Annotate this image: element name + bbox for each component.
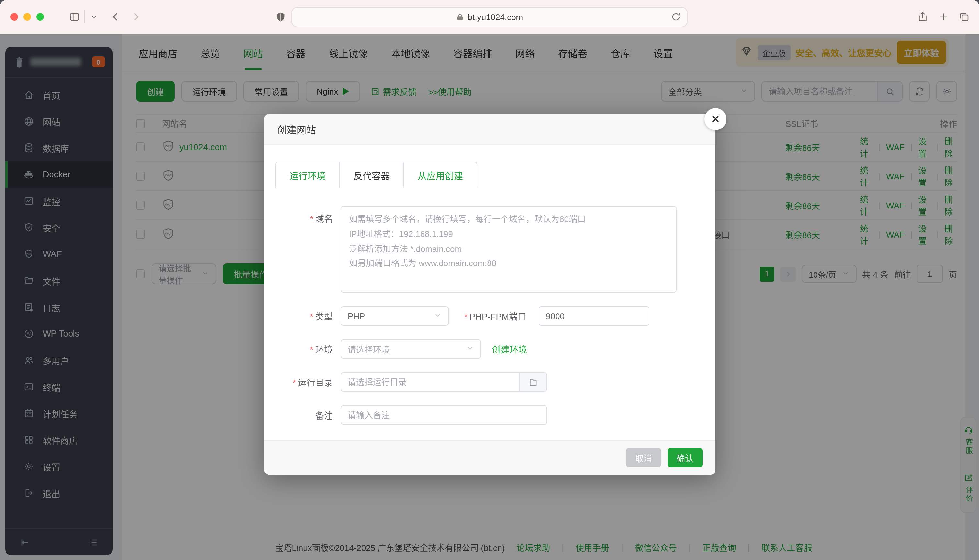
remark-input[interactable] — [340, 405, 547, 425]
zoom-window-button[interactable] — [36, 13, 44, 21]
close-icon[interactable]: ✕ — [704, 108, 727, 130]
chevron-down-icon — [466, 344, 474, 354]
back-button[interactable] — [109, 11, 121, 23]
sidebar-toggle-icon[interactable] — [68, 11, 80, 23]
domain-field-row: *域名 — [275, 206, 704, 293]
type-value: PHP — [348, 311, 365, 321]
rundir-field-row: *运行目录 — [275, 372, 704, 392]
env-placeholder: 请选择环境 — [348, 343, 390, 355]
create-site-modal: ✕ 创建网站 运行环境 反代容器 从应用创建 *域名 *类型 — [264, 114, 715, 475]
rundir-input[interactable] — [340, 372, 520, 392]
cancel-button[interactable]: 取消 — [626, 448, 661, 467]
share-icon[interactable] — [917, 11, 929, 23]
modal-footer: 取消 确认 — [264, 440, 715, 475]
create-site-form: *域名 *类型 PHP *PHP-FPM端口 — [275, 188, 704, 425]
modal-header: 创建网站 — [264, 114, 715, 145]
fpm-port-input[interactable] — [539, 306, 649, 326]
required-asterisk: * — [310, 214, 314, 224]
toolbar-divider — [84, 10, 85, 23]
lock-icon — [456, 13, 465, 22]
required-asterisk: * — [464, 312, 468, 322]
browse-directory-button[interactable] — [520, 372, 547, 392]
tab-create-from-app[interactable]: 从应用创建 — [404, 162, 477, 188]
required-asterisk: * — [310, 345, 314, 355]
required-asterisk: * — [310, 312, 314, 322]
modal-tabs: 运行环境 反代容器 从应用创建 — [275, 162, 704, 188]
create-env-link[interactable]: 创建环境 — [492, 342, 527, 355]
tab-reverse-proxy-container[interactable]: 反代容器 — [340, 162, 404, 188]
forward-button[interactable] — [130, 11, 142, 23]
browser-window: bt.yu1024.com 0 — [0, 0, 979, 560]
chevron-down-icon[interactable] — [90, 13, 98, 21]
reload-icon[interactable] — [671, 12, 681, 22]
address-bar[interactable]: bt.yu1024.com — [291, 7, 688, 27]
folder-icon — [528, 377, 538, 387]
confirm-button[interactable]: 确认 — [667, 448, 702, 467]
fpm-port-label: PHP-FPM端口 — [470, 312, 527, 322]
modal-title: 创建网站 — [277, 122, 316, 136]
required-asterisk: * — [292, 378, 296, 388]
url-text: bt.yu1024.com — [468, 12, 523, 22]
env-label: 环境 — [315, 345, 333, 355]
tab-runtime-env[interactable]: 运行环境 — [275, 162, 340, 188]
browser-toolbar: bt.yu1024.com — [0, 0, 979, 34]
new-tab-icon[interactable] — [937, 11, 949, 23]
type-label: 类型 — [315, 312, 333, 322]
minimize-window-button[interactable] — [23, 13, 31, 21]
remark-field-row: 备注 — [275, 405, 704, 425]
chevron-down-icon — [434, 311, 442, 321]
type-field-row: *类型 PHP *PHP-FPM端口 — [275, 306, 704, 326]
panel-page: 0 首页 网站 数据库 Docker — [0, 34, 979, 560]
env-select[interactable]: 请选择环境 — [340, 339, 481, 359]
tab-overview-icon[interactable] — [958, 11, 970, 23]
privacy-shield-icon[interactable] — [275, 11, 286, 26]
domain-label: 域名 — [315, 214, 333, 224]
type-select[interactable]: PHP — [340, 306, 449, 326]
domain-textarea[interactable] — [340, 206, 677, 293]
remark-label: 备注 — [315, 411, 333, 421]
close-window-button[interactable] — [10, 13, 18, 21]
rundir-label: 运行目录 — [298, 378, 333, 388]
env-field-row: *环境 请选择环境 创建环境 — [275, 339, 704, 359]
